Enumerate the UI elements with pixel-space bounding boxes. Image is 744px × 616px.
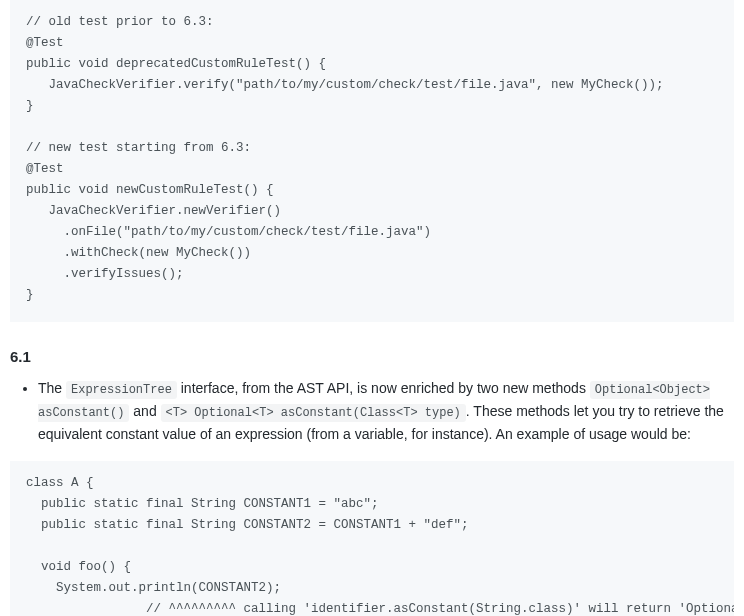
text-fragment: The [38, 380, 66, 396]
inline-code-asconstant-typed: <T> Optional<T> asConstant(Class<T> type… [161, 404, 466, 422]
section-heading-6-1: 6.1 [10, 346, 734, 369]
text-fragment: and [129, 403, 160, 419]
code-block-constant-example: class A { public static final String CON… [10, 461, 734, 616]
release-notes-list: The ExpressionTree interface, from the A… [10, 377, 734, 446]
code-block-deprecated-test: // old test prior to 6.3: @Test public v… [10, 0, 734, 322]
text-fragment: interface, from the AST API, is now enri… [177, 380, 590, 396]
inline-code-expressiontree: ExpressionTree [66, 381, 177, 399]
list-item: The ExpressionTree interface, from the A… [38, 377, 734, 446]
